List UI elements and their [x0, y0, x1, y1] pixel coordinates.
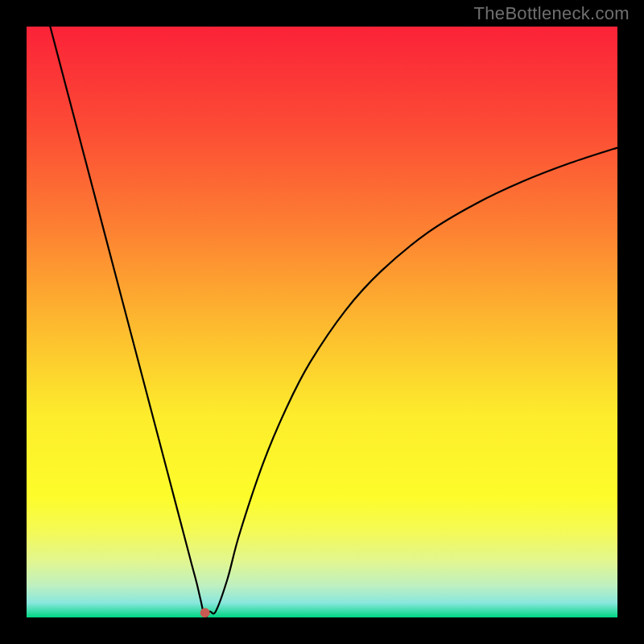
watermark-text: TheBottleneck.com — [474, 3, 630, 24]
bottleneck-curve — [50, 27, 617, 617]
plot-area — [27, 27, 617, 617]
chart-frame: TheBottleneck.com — [0, 0, 644, 644]
minimum-marker-icon — [200, 608, 210, 617]
curve-layer — [27, 27, 617, 617]
